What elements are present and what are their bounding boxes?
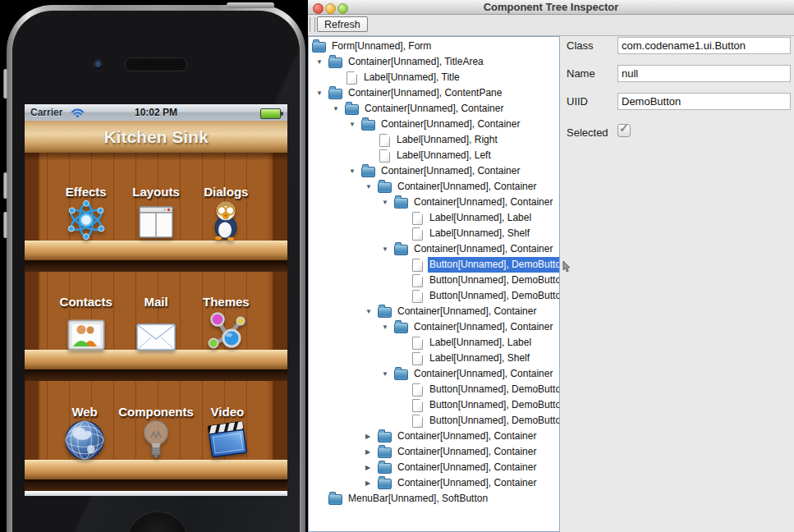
- tree-row-label: Label[Unnamed], Right: [395, 132, 499, 148]
- app-button-mail[interactable]: Mail: [121, 292, 190, 351]
- tree-row[interactable]: Label[Unnamed], Label: [309, 335, 559, 351]
- tree-row-label: Container[Unnamed], TitleArea: [347, 54, 485, 70]
- name-field[interactable]: [617, 65, 791, 82]
- expanded-arrow-icon[interactable]: ▼: [365, 179, 372, 195]
- folder-icon: [378, 432, 392, 443]
- component-tree[interactable]: Form[Unnamed], Form▼Container[Unnamed], …: [308, 36, 560, 532]
- tree-row[interactable]: ▶Container[Unnamed], Container: [309, 475, 559, 491]
- app-button-video[interactable]: Video: [194, 402, 261, 461]
- class-field[interactable]: [617, 37, 791, 54]
- shelf-row-1: Effects: [51, 182, 261, 241]
- document-icon: [379, 149, 390, 163]
- folder-icon: [394, 245, 408, 255]
- tree-row[interactable]: ▼Container[Unnamed], Container: [309, 319, 559, 335]
- tree-row[interactable]: Button[Unnamed], DemoButton: [309, 257, 559, 273]
- tree-row[interactable]: MenuBar[Unnamed], SoftButton: [309, 491, 559, 507]
- expanded-arrow-icon[interactable]: ▼: [349, 163, 356, 179]
- tree-row[interactable]: ▶Container[Unnamed], Container: [309, 429, 559, 444]
- tree-row[interactable]: ▼Container[Unnamed], Container: [309, 241, 559, 257]
- tree-row-label: Label[Unnamed], Shelf: [428, 351, 531, 366]
- tree-row-label: Label[Unnamed], Left: [395, 148, 493, 163]
- expanded-arrow-icon[interactable]: ▼: [316, 85, 323, 101]
- folder-icon: [394, 369, 408, 380]
- tree-row[interactable]: ▼Container[Unnamed], Container: [309, 304, 559, 319]
- tree-row-label: Button[Unnamed], DemoButton: [428, 397, 560, 413]
- app-label: Themes: [203, 295, 250, 309]
- folder-icon: [312, 42, 326, 53]
- document-icon: [412, 274, 423, 287]
- uiid-field[interactable]: [617, 93, 791, 110]
- globe-icon: [64, 420, 105, 461]
- shelf-ledge: [25, 241, 287, 260]
- app-button-effects[interactable]: Effects: [51, 182, 121, 241]
- volume-up-button: [3, 172, 7, 199]
- expanded-arrow-icon[interactable]: ▼: [382, 195, 388, 210]
- toolbar-drag-handle[interactable]: [310, 17, 315, 32]
- tree-row[interactable]: ▼Container[Unnamed], Container: [309, 179, 559, 195]
- tree-row[interactable]: Button[Unnamed], DemoButton: [309, 288, 559, 304]
- tree-row[interactable]: Label[Unnamed], Label: [309, 210, 559, 226]
- expanded-arrow-icon[interactable]: ▼: [316, 54, 323, 70]
- app-button-web[interactable]: Web: [51, 402, 118, 461]
- tree-row-label: Label[Unnamed], Label: [428, 335, 533, 351]
- tree-row-label: Button[Unnamed], DemoButton: [428, 273, 560, 288]
- tree-row[interactable]: Label[Unnamed], Shelf: [309, 351, 559, 366]
- app-button-components[interactable]: Components: [118, 402, 194, 461]
- tree-row[interactable]: ▼Container[Unnamed], Container: [309, 195, 559, 210]
- tree-row[interactable]: Label[Unnamed], Left: [309, 148, 559, 163]
- properties-panel: Class Name UIID Selected: [560, 36, 794, 532]
- collapsed-arrow-icon[interactable]: ▶: [365, 475, 370, 491]
- tree-row[interactable]: Label[Unnamed], Right: [309, 132, 559, 148]
- expanded-arrow-icon[interactable]: ▼: [365, 304, 372, 319]
- front-camera: [93, 59, 104, 71]
- tree-row-label: Container[Unnamed], Container: [412, 366, 554, 382]
- tree-row-label: Container[Unnamed], Container: [379, 117, 521, 132]
- app-button-contacts[interactable]: Contacts: [51, 292, 121, 351]
- tree-row[interactable]: Button[Unnamed], DemoButton: [309, 273, 559, 288]
- tree-row[interactable]: ▼Container[Unnamed], Container: [309, 163, 559, 179]
- app-button-themes[interactable]: Themes: [191, 292, 261, 351]
- app-title: Kitchen Sink: [25, 121, 287, 153]
- tree-row[interactable]: ▼Container[Unnamed], ContentPane: [309, 85, 559, 101]
- tree-row[interactable]: ▼Container[Unnamed], TitleArea: [309, 54, 559, 70]
- tree-row-label: Container[Unnamed], Container: [412, 195, 554, 210]
- tree-row[interactable]: ▼Container[Unnamed], Container: [309, 117, 559, 132]
- folder-icon: [394, 323, 408, 333]
- collapsed-arrow-icon[interactable]: ▶: [365, 444, 370, 460]
- expanded-arrow-icon[interactable]: ▼: [382, 366, 388, 382]
- tree-row[interactable]: ▶Container[Unnamed], Container: [309, 460, 559, 475]
- expanded-arrow-icon[interactable]: ▼: [349, 117, 356, 132]
- refresh-button[interactable]: Refresh: [317, 16, 368, 32]
- tree-row[interactable]: Button[Unnamed], DemoButton: [309, 382, 559, 397]
- collapsed-arrow-icon[interactable]: ▶: [365, 460, 370, 475]
- layouts-icon: [137, 200, 175, 241]
- tree-row-label: Container[Unnamed], Container: [396, 179, 538, 195]
- tree-row[interactable]: ▼Container[Unnamed], Container: [309, 101, 559, 117]
- app-label: Effects: [66, 185, 107, 199]
- window-titlebar[interactable]: Component Tree Inspector: [308, 0, 794, 15]
- shelf-ledge: [25, 350, 287, 369]
- tree-row[interactable]: Label[Unnamed], Shelf: [309, 226, 559, 241]
- expanded-arrow-icon[interactable]: ▼: [382, 319, 388, 335]
- tree-row[interactable]: Label[Unnamed], Title: [309, 70, 559, 85]
- folder-icon: [328, 494, 342, 505]
- tree-row[interactable]: Button[Unnamed], DemoButton: [309, 413, 559, 429]
- shelf-shadow: [25, 260, 287, 272]
- tree-row-label: Button[Unnamed], DemoButton: [428, 288, 560, 304]
- tree-row-label: Label[Unnamed], Title: [362, 70, 461, 85]
- envelope-icon: [136, 310, 176, 351]
- app-button-layouts[interactable]: Layouts: [121, 182, 190, 241]
- app-button-dialogs[interactable]: Dialogs: [191, 182, 261, 241]
- expanded-arrow-icon[interactable]: ▼: [333, 101, 339, 117]
- tree-row[interactable]: Form[Unnamed], Form: [309, 39, 559, 54]
- tree-row[interactable]: ▶Container[Unnamed], Container: [309, 444, 559, 460]
- shelf-background: Effects: [25, 153, 287, 496]
- selected-checkbox[interactable]: [617, 124, 631, 137]
- tree-row[interactable]: Button[Unnamed], DemoButton: [309, 397, 559, 413]
- tree-row[interactable]: ▼Container[Unnamed], Container: [309, 366, 559, 382]
- collapsed-arrow-icon[interactable]: ▶: [365, 429, 370, 444]
- tree-row-label: Container[Unnamed], ContentPane: [347, 85, 503, 101]
- expanded-arrow-icon[interactable]: ▼: [382, 241, 388, 257]
- folder-icon: [378, 307, 392, 318]
- phone-screen: Carrier 10:02 PM Kitchen Sink: [25, 104, 287, 496]
